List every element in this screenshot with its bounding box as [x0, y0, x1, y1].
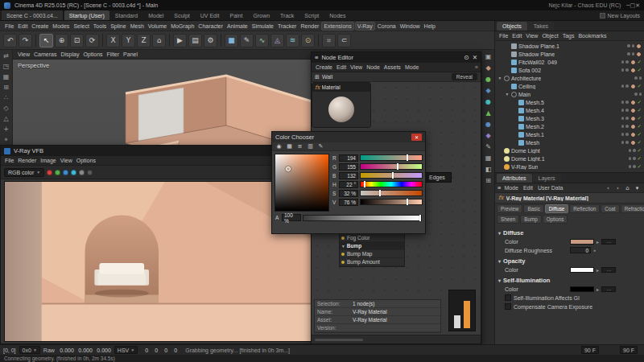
section-opacity[interactable]: ▾Opacity — [498, 257, 641, 265]
material-tag-icon[interactable] — [636, 43, 642, 49]
vfb-menu-render[interactable]: Render — [16, 157, 38, 164]
expander-icon[interactable]: ▾ — [342, 244, 345, 249]
material-tag-icon[interactable] — [636, 51, 642, 57]
layout-tab-model[interactable]: Model — [143, 10, 168, 20]
half-tone-icon[interactable]: ◧ — [485, 166, 492, 174]
object-mesh-5[interactable]: Mesh.5✓ — [495, 98, 644, 106]
workplane-icon[interactable]: ⊞ — [3, 84, 9, 92]
visibility-dot-bottom[interactable] — [633, 157, 636, 160]
object-architecture[interactable]: ▾Architecture — [495, 74, 644, 82]
slider-bar[interactable] — [360, 181, 423, 187]
menu-v-ray[interactable]: V-Ray — [355, 22, 375, 31]
convert-icon[interactable]: ⇄ — [3, 52, 9, 60]
points-mode-icon[interactable]: ∴ — [4, 94, 8, 102]
objects-menu-bookmarks[interactable]: Bookmarks — [576, 32, 608, 39]
visibility-dot-top[interactable] — [629, 165, 632, 168]
objects-menu-tags[interactable]: Tags — [561, 32, 576, 39]
layout-tab-standard[interactable]: Standard — [110, 10, 142, 20]
snap-mode-icon[interactable]: ⌖ — [4, 136, 8, 144]
slider-handle[interactable] — [364, 181, 365, 187]
visibility-dot-bottom[interactable] — [633, 165, 636, 168]
menu-help[interactable]: Help — [423, 23, 437, 30]
forward-icon[interactable]: › — [613, 184, 622, 192]
visibility-dot-top[interactable] — [621, 109, 625, 112]
material-tab-preview[interactable]: Preview — [497, 204, 522, 213]
red-channel-dot[interactable] — [47, 170, 52, 175]
object-v-ray-sun[interactable]: V-Ray Sun✓ — [495, 162, 644, 171]
section-self-illumination[interactable]: ▾Self-Illumination — [498, 276, 641, 284]
checkbox[interactable] — [505, 294, 511, 301]
visibility-dot-top[interactable] — [627, 44, 630, 47]
slider-value-field[interactable]: 194 — [339, 154, 358, 162]
visibility-dot-top[interactable] — [621, 84, 625, 88]
enabled-check-icon[interactable]: ✓ — [638, 99, 642, 105]
mono-channel-dot[interactable] — [79, 170, 85, 175]
axis-mode-icon[interactable]: + — [3, 125, 9, 134]
add-cube-icon[interactable]: ■ — [225, 34, 238, 47]
layout-tab-uv-edit[interactable]: UV Edit — [196, 10, 225, 20]
visibility-dot-bottom[interactable] — [625, 60, 629, 64]
slider-bar[interactable] — [360, 172, 423, 179]
port-bump-amount[interactable]: Bump Amount — [340, 258, 404, 266]
live-selection-icon[interactable]: ↖ — [39, 34, 53, 47]
tab-attributes[interactable]: Attributes — [497, 174, 532, 183]
port-bump-map[interactable]: Bump Map — [340, 250, 404, 258]
green-tool-2-icon[interactable]: ▲ — [485, 109, 490, 117]
vfb-menu-options[interactable]: Options — [75, 157, 97, 164]
viewport-menu-filter[interactable]: Filter — [105, 51, 122, 58]
node-editor-menu-view[interactable]: View — [349, 64, 364, 71]
menu-mograph[interactable]: MoGraph — [169, 23, 196, 30]
menu-tools[interactable]: Tools — [92, 23, 108, 30]
enabled-check-icon[interactable]: ✓ — [638, 131, 642, 138]
material-tag-icon[interactable] — [630, 108, 636, 113]
color-chooser-titlebar[interactable]: Color Chooser ✕ — [272, 132, 425, 142]
enabled-check-icon[interactable]: ✓ — [638, 115, 642, 121]
coordinate-system-icon[interactable]: ⌂ — [152, 34, 166, 47]
frame-end-field[interactable]: 90 F — [620, 346, 638, 354]
horizontal-scrollbar[interactable] — [315, 339, 363, 341]
new-layouts-button[interactable]: New Layouts — [600, 10, 642, 20]
slider-handle[interactable] — [407, 199, 408, 205]
visibility-dot-top[interactable] — [634, 76, 638, 80]
material-tag-icon[interactable] — [630, 60, 636, 65]
visibility-dot-bottom[interactable] — [632, 52, 635, 56]
close-icon[interactable]: ✕ — [411, 134, 422, 141]
alpha-slider-bar[interactable] — [303, 215, 422, 221]
rotate-icon[interactable]: ⟳ — [85, 34, 99, 47]
lock-x-axis-icon[interactable]: X — [106, 34, 120, 47]
expand-arrow-icon[interactable]: ▸ — [597, 239, 599, 245]
viewport-menu-panel[interactable]: Panel — [122, 51, 139, 58]
tab-objects[interactable]: Objects — [497, 22, 527, 31]
menu-simulate[interactable]: Simulate — [250, 23, 275, 30]
layout-tab-script[interactable]: Script — [299, 10, 324, 20]
polygons-mode-icon[interactable]: △ — [3, 115, 8, 123]
expander-icon[interactable]: ▾ — [497, 76, 502, 80]
image-size-select[interactable]: 0x0 ▼ — [19, 346, 40, 354]
node-editor-menu-edit[interactable]: Edit — [335, 64, 348, 71]
slider-handle[interactable] — [397, 163, 398, 170]
snap-icon[interactable]: ⌗ — [322, 34, 336, 47]
enabled-check-icon[interactable]: ✓ — [638, 107, 642, 113]
green-tool-icon[interactable]: ● — [485, 76, 491, 84]
render-settings-icon[interactable]: ⚙ — [204, 34, 217, 47]
node-editor-menu-node[interactable]: Node — [365, 64, 382, 71]
material-tab-options[interactable]: Options — [543, 215, 568, 224]
viewport-menu-cameras[interactable]: Cameras — [32, 51, 58, 58]
object-dome-light[interactable]: Dome Light✓ — [495, 146, 644, 154]
slider-handle[interactable] — [407, 154, 408, 161]
visibility-dot-bottom[interactable] — [632, 44, 635, 47]
slider-bar[interactable] — [360, 163, 423, 170]
visibility-dot-top[interactable] — [621, 68, 625, 72]
volume-builder-icon[interactable]: ⊙ — [301, 34, 315, 47]
undo-icon[interactable]: ↶ — [3, 34, 17, 47]
slider-bar[interactable] — [360, 199, 423, 205]
expand-arrow-icon[interactable]: ▸ — [597, 286, 599, 292]
mograph-cloner-icon[interactable]: ≋ — [286, 34, 299, 47]
enabled-check-icon[interactable]: ✓ — [638, 155, 642, 162]
hamburger-icon[interactable]: ≡ — [497, 184, 501, 191]
blue-tool-icon[interactable]: ◆ — [485, 87, 490, 95]
node-editor-menu-create[interactable]: Create — [314, 64, 334, 71]
layout-cube-icon[interactable]: ▣ — [485, 53, 492, 61]
material-tab-reflection[interactable]: Reflection — [569, 204, 600, 213]
visibility-dot-bottom[interactable] — [639, 93, 642, 96]
